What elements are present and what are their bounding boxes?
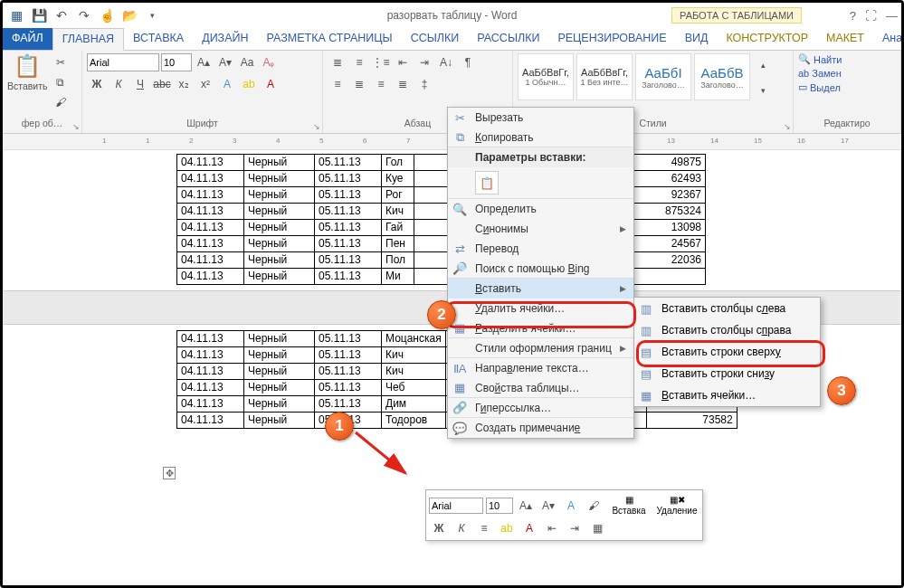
paste-icon[interactable]: 📋 [14, 53, 41, 79]
highlight-icon[interactable]: ab [239, 75, 259, 93]
mini-shrink-font-icon[interactable]: A▾ [538, 497, 558, 515]
table-cell[interactable]: 05.11.13 [315, 396, 382, 413]
save-icon[interactable]: 💾 [29, 5, 49, 25]
table-cell[interactable]: Черный [244, 413, 315, 429]
table-cell[interactable]: 05.11.13 [315, 364, 382, 380]
change-case-icon[interactable]: Aa [237, 53, 257, 71]
subscript-button[interactable]: x₂ [174, 75, 194, 93]
tab-design[interactable]: ДИЗАЙН [193, 28, 257, 50]
indent-dec-icon[interactable]: ⇤ [393, 53, 413, 71]
mini-font-select[interactable] [429, 498, 483, 514]
table-cell[interactable]: 04.11.13 [177, 220, 244, 236]
style-item[interactable]: АаБбВвГг,1 Обычн… [518, 53, 574, 100]
mini-insert-button[interactable]: ▦Вставка [606, 493, 652, 517]
table-cell[interactable]: Кич [382, 347, 446, 364]
find-button[interactable]: 🔍Найти [798, 53, 896, 65]
align-justify-icon[interactable]: ≣ [393, 75, 413, 93]
table-cell[interactable]: 05.11.13 [315, 269, 382, 285]
table-cell[interactable]: 04.11.13 [177, 187, 244, 204]
line-spacing-icon[interactable]: ‡ [414, 75, 434, 93]
table-cell[interactable]: Черный [244, 380, 315, 396]
table-cell[interactable]: Чеб [382, 380, 446, 396]
table-cell[interactable]: 04.11.13 [177, 269, 244, 285]
table-cell[interactable]: Черный [244, 269, 315, 285]
tab-layout[interactable]: МАКЕТ [817, 28, 873, 50]
ctx-define[interactable]: 🔍Определить [448, 199, 633, 219]
style-item[interactable]: АаБбВЗаголово… [694, 53, 750, 100]
table-cell[interactable]: 05.11.13 [315, 331, 382, 347]
table-cell[interactable]: 04.11.13 [177, 364, 244, 380]
sort-icon[interactable]: A↓ [436, 53, 456, 71]
style-item[interactable]: АаБбIЗаголово… [635, 53, 691, 100]
mini-bold[interactable]: Ж [429, 519, 449, 537]
font-launcher-icon[interactable]: ↘ [313, 122, 320, 131]
table-cell[interactable]: 73582 [646, 413, 737, 429]
table-cell[interactable]: Черный [244, 220, 315, 236]
ctx-comment[interactable]: 💬Создать примечание [448, 418, 633, 438]
font-size-select[interactable] [161, 53, 192, 71]
select-button[interactable]: ▭Выдел [798, 81, 896, 93]
ctx-insert[interactable]: Вставить▶ [448, 279, 633, 299]
sub-cells[interactable]: ▦Вставить ячейки… [634, 384, 820, 406]
touch-icon[interactable]: ☝ [97, 5, 117, 25]
shrink-font-icon[interactable]: A▾ [215, 53, 235, 71]
table-cell[interactable]: Черный [244, 364, 315, 380]
ctx-copy[interactable]: ⧉Копировать [448, 128, 633, 147]
mini-italic[interactable]: К [452, 519, 471, 537]
table-cell[interactable]: Гай [382, 220, 414, 236]
table-cell[interactable]: 05.11.13 [315, 236, 382, 252]
styles-more-icon[interactable]: ▴ [753, 53, 773, 77]
table-cell[interactable]: Черный [244, 171, 315, 187]
table-cell[interactable]: Куе [382, 171, 414, 187]
table-cell[interactable]: 05.11.13 [315, 252, 382, 269]
italic-button[interactable]: К [109, 75, 128, 93]
table-cell[interactable]: 05.11.13 [315, 171, 382, 187]
font-color-icon[interactable]: A [261, 75, 281, 93]
table-cell[interactable]: Моцанская [382, 331, 446, 347]
tab-mailings[interactable]: РАССЫЛКИ [468, 28, 548, 50]
ctx-synonyms[interactable]: Синонимы▶ [448, 219, 633, 239]
paste-option-icon[interactable]: 📋 [475, 171, 499, 194]
mini-indent-dec-icon[interactable]: ⇤ [542, 519, 562, 537]
table-move-handle-icon[interactable]: ✥ [163, 467, 176, 479]
table-cell[interactable]: Черный [244, 396, 315, 413]
table-cell[interactable]: 04.11.13 [177, 380, 244, 396]
mini-styles-icon[interactable]: A [561, 497, 581, 515]
ctx-props[interactable]: ▦Свойства таблицы… [448, 378, 633, 398]
align-left-icon[interactable]: ≡ [328, 75, 347, 93]
table-cell[interactable]: 05.11.13 [315, 204, 382, 220]
mini-fontcolor-icon[interactable]: A [519, 519, 539, 537]
tab-constructor[interactable]: КОНСТРУКТОР [717, 28, 817, 50]
table-cell[interactable]: 04.11.13 [177, 396, 244, 413]
mini-highlight-icon[interactable]: ab [497, 519, 517, 537]
styles-more-icon[interactable]: ▾ [753, 79, 773, 102]
mini-align-icon[interactable]: ≡ [474, 519, 494, 537]
ctx-bing[interactable]: 🔎Поиск с помощью Bing [448, 259, 633, 279]
sub-cols-right[interactable]: ▥Вставить столбцы справа [634, 319, 820, 341]
tab-home[interactable]: ГЛАВНАЯ [52, 28, 124, 51]
mini-painter-icon[interactable]: 🖌 [584, 497, 604, 515]
superscript-button[interactable]: x² [195, 75, 215, 93]
text-effect-icon[interactable]: A [217, 75, 237, 93]
help-icon[interactable]: ? [850, 9, 856, 23]
table-cell[interactable]: 05.11.13 [315, 380, 382, 396]
table-cell[interactable]: Черный [244, 236, 315, 252]
table-cell[interactable]: Тодоров [382, 413, 446, 429]
table-cell[interactable]: Кич [382, 204, 414, 220]
mini-grow-font-icon[interactable]: A▴ [516, 497, 536, 515]
minimize-icon[interactable]: — [886, 9, 898, 23]
table-cell[interactable]: Черный [244, 155, 315, 171]
undo-icon[interactable]: ↶ [52, 5, 71, 25]
table-cell[interactable]: 05.11.13 [315, 187, 382, 204]
table-cell[interactable]: 04.11.13 [177, 252, 244, 269]
table-cell[interactable]: Рог [382, 187, 414, 204]
ctx-textdir[interactable]: ⅡAНаправление текста… [448, 358, 633, 378]
sub-rows-above[interactable]: ▤Вставить строки сверху [634, 341, 820, 363]
format-painter-icon[interactable]: 🖌 [51, 93, 71, 111]
table-cell[interactable]: Ми [382, 269, 414, 285]
sub-cols-left[interactable]: ▥Вставить столбцы слева [634, 298, 820, 319]
ribbon-display-icon[interactable]: ⛶ [865, 9, 877, 23]
table-cell[interactable]: 04.11.13 [177, 204, 244, 220]
table-cell[interactable]: Черный [244, 187, 315, 204]
tab-insert[interactable]: ВСТАВКА [124, 28, 193, 50]
